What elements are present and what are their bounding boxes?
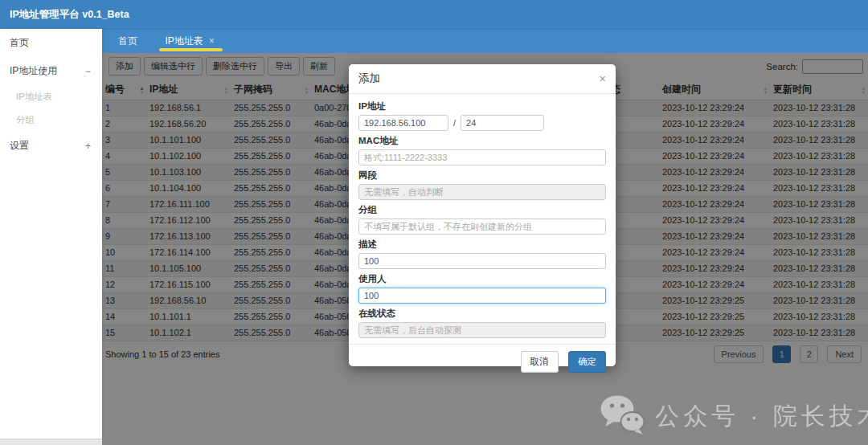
sidebar-item-ip-table[interactable]: IP地址表 [0, 85, 102, 108]
tab-close-icon[interactable]: × [209, 35, 215, 47]
confirm-button[interactable]: 确定 [568, 351, 606, 373]
tab-ip-table[interactable]: IP地址表× [162, 30, 217, 52]
field-label-ip: IP地址 [358, 100, 606, 112]
wechat-icon [599, 394, 645, 439]
online-status-field [358, 322, 606, 338]
tab-home[interactable]: 首页 [115, 30, 141, 52]
dialog-title: 添加 [358, 71, 380, 86]
sidebar: 首页 IP地址使用 − IP地址表 分组 设置 + [0, 29, 102, 439]
dialog-body: IP地址 / MAC地址 网段 分组 描述 [349, 94, 616, 344]
expand-icon[interactable]: + [85, 141, 91, 152]
collapse-icon[interactable]: − [85, 66, 91, 77]
user-field[interactable] [358, 288, 606, 304]
field-label-online-status: 在线状态 [358, 308, 606, 320]
network-segment-field [358, 184, 606, 200]
sidebar-item-home[interactable]: 首页 [0, 29, 102, 57]
mac-address-field[interactable] [358, 149, 606, 165]
cancel-button[interactable]: 取消 [521, 351, 559, 373]
dialog-header: 添加 × [349, 64, 616, 94]
mask-bits-field[interactable] [461, 115, 544, 131]
active-tab-underline [159, 48, 222, 51]
dialog-footer: 取消 确定 [349, 344, 616, 379]
sidebar-item-label: IP地址使用 [10, 64, 57, 78]
sidebar-item-label: 分组 [16, 114, 35, 126]
close-icon[interactable]: × [599, 73, 606, 84]
top-navbar: IP地址管理平台 v0.1_Beta [0, 0, 868, 29]
sidebar-item-groups[interactable]: 分组 [0, 108, 102, 132]
app-window: IP地址管理平台 v0.1_Beta 首页 IP地址使用 − IP地址表 分组 … [0, 0, 868, 445]
field-label-user: 使用人 [358, 273, 606, 285]
sidebar-item-label: 设置 [10, 139, 29, 153]
watermark: 公众号 · 院长技术 [599, 391, 868, 441]
field-label-segment: 网段 [358, 169, 606, 182]
app-title: IP地址管理平台 v0.1_Beta [0, 0, 129, 29]
watermark-text: 公众号 · 院长技术 [655, 400, 868, 433]
field-label-mac: MAC地址 [358, 135, 606, 147]
ip-address-field[interactable] [358, 115, 448, 131]
sidebar-item-settings[interactable]: 设置 + [0, 132, 102, 160]
field-label-description: 描述 [358, 239, 606, 251]
group-field[interactable] [358, 218, 606, 235]
sidebar-item-label: IP地址表 [16, 91, 52, 103]
description-field[interactable] [358, 253, 606, 269]
add-dialog: 添加 × IP地址 / MAC地址 网段 分组 [349, 64, 616, 366]
field-label-group: 分组 [358, 204, 606, 216]
tab-label: IP地址表 [165, 35, 203, 47]
tab-bar: 首页 IP地址表× [102, 29, 868, 53]
sidebar-item-label: 首页 [10, 36, 29, 50]
ip-mask-separator: / [453, 118, 456, 128]
scrollbar-track[interactable] [0, 439, 102, 445]
tab-label: 首页 [118, 35, 137, 47]
sidebar-item-ip-usage[interactable]: IP地址使用 − [0, 57, 102, 85]
